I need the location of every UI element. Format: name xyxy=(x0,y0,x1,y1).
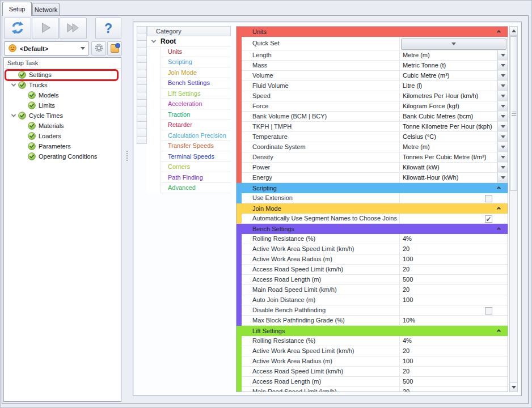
checkbox-unchecked[interactable] xyxy=(485,307,492,314)
setting-value[interactable]: Celsius (°C) xyxy=(400,132,497,142)
setting-value[interactable]: 20 xyxy=(400,265,508,274)
row-header-cell[interactable] xyxy=(137,85,147,92)
category-item-traction[interactable]: Traction xyxy=(161,109,231,120)
category-item-lift-settings[interactable]: Lift Settings xyxy=(161,88,231,99)
row-header-cell[interactable] xyxy=(137,56,147,63)
dropdown-button[interactable] xyxy=(497,173,508,182)
tree-item-materials[interactable]: Materials xyxy=(4,121,121,131)
collapse-chevron-icon[interactable] xyxy=(497,207,501,211)
section-header[interactable]: Scripting xyxy=(237,183,508,193)
setting-value[interactable]: 4% xyxy=(400,234,508,244)
setting-value[interactable]: Kilogram Force (kgf) xyxy=(400,101,497,111)
category-item-transfer-speeds[interactable]: Transfer Speeds xyxy=(161,141,231,152)
setting-value[interactable]: 500 xyxy=(400,275,508,284)
setting-value[interactable]: 100 xyxy=(400,295,508,305)
setting-value[interactable]: 20 xyxy=(400,244,508,254)
tab-setup[interactable]: Setup xyxy=(2,2,32,16)
tab-network[interactable]: Network xyxy=(32,3,60,16)
dropdown-button[interactable] xyxy=(497,71,508,80)
category-item-scripting[interactable]: Scripting xyxy=(161,57,231,68)
tree-item-models[interactable]: Models xyxy=(4,90,121,100)
setting-value[interactable]: 20 xyxy=(400,285,508,295)
dropdown-button[interactable] xyxy=(497,81,508,91)
quick-set-combobox[interactable] xyxy=(401,39,506,50)
setting-value[interactable]: Metre (m) xyxy=(400,50,497,60)
row-header-cell[interactable] xyxy=(137,26,147,33)
settings-gear-button[interactable] xyxy=(91,41,106,56)
dropdown-button[interactable] xyxy=(497,142,508,152)
dropdown-button[interactable] xyxy=(497,112,508,121)
setting-value[interactable]: 500 xyxy=(400,377,508,386)
row-header-cell[interactable] xyxy=(137,41,147,48)
collapse-chevron-icon[interactable] xyxy=(497,227,501,231)
dropdown-button[interactable] xyxy=(497,163,508,172)
dropdown-button[interactable] xyxy=(497,152,508,162)
row-header-cell[interactable] xyxy=(137,107,147,114)
run-setup-button[interactable] xyxy=(4,18,31,39)
dropdown-button[interactable] xyxy=(497,132,508,142)
setting-value[interactable]: Bank Cubic Metres (bcm) xyxy=(400,112,497,121)
scrollbar-thumb[interactable] xyxy=(510,36,517,191)
row-header-cell[interactable] xyxy=(137,114,147,122)
category-item-path-finding[interactable]: Path Finding xyxy=(161,172,231,183)
setting-value[interactable]: Metric Tonne (t) xyxy=(400,61,497,70)
chevron-down-icon[interactable] xyxy=(9,114,18,117)
category-item-units[interactable]: Units xyxy=(161,46,231,57)
row-header-cell[interactable] xyxy=(137,33,147,41)
section-header[interactable]: Units xyxy=(237,27,508,37)
setting-value[interactable]: 100 xyxy=(400,356,508,366)
tree-item-trucks[interactable]: Trucks xyxy=(4,80,121,90)
play-button[interactable] xyxy=(32,18,59,39)
row-header-cell[interactable] xyxy=(137,100,147,107)
help-button[interactable]: ? xyxy=(95,18,121,39)
chevron-down-icon[interactable] xyxy=(9,83,18,87)
tree-item-loaders[interactable]: Loaders xyxy=(4,131,121,141)
category-item-advanced[interactable]: Advanced xyxy=(161,183,231,194)
setting-value[interactable]: 4% xyxy=(400,336,508,346)
row-header-cell[interactable] xyxy=(137,63,147,70)
setting-value[interactable]: 100 xyxy=(400,254,508,264)
tree-item-cycle-times[interactable]: Cycle Times xyxy=(4,110,121,121)
section-header[interactable]: Bench Settings xyxy=(237,224,508,234)
category-item-acceleration[interactable]: Acceleration xyxy=(161,99,231,110)
scenario-select[interactable]: <Default> xyxy=(4,41,89,56)
category-root-row[interactable]: Root xyxy=(147,36,231,46)
category-item-calculation-precision[interactable]: Calculation Precision xyxy=(161,130,231,141)
scroll-down-button[interactable] xyxy=(510,382,517,392)
dropdown-button[interactable] xyxy=(497,50,508,60)
setting-value[interactable]: 20 xyxy=(400,367,508,376)
scroll-up-button[interactable] xyxy=(510,27,517,36)
collapse-chevron-icon[interactable] xyxy=(497,30,501,34)
section-header[interactable]: Join Mode xyxy=(237,203,508,214)
category-item-corners[interactable]: Corners xyxy=(161,162,231,173)
row-header-cell[interactable] xyxy=(137,122,147,129)
row-header-cell[interactable] xyxy=(137,129,147,137)
row-header-cell[interactable] xyxy=(137,92,147,100)
category-item-join-mode[interactable]: Join Mode xyxy=(161,67,231,78)
tree-item-limits[interactable]: Limits xyxy=(4,100,121,110)
setting-value[interactable]: Cubic Metre (m³) xyxy=(400,71,497,80)
dropdown-button[interactable] xyxy=(497,122,508,131)
category-item-retarder[interactable]: Retarder xyxy=(161,120,231,131)
tree-item-settings[interactable]: Settings xyxy=(4,70,121,80)
setting-value[interactable]: 10% xyxy=(400,316,508,325)
setting-value[interactable]: Litre (l) xyxy=(400,81,497,91)
setting-value[interactable]: Metre (m) xyxy=(400,142,497,152)
dropdown-button[interactable] xyxy=(497,91,508,101)
setting-value[interactable]: 20 xyxy=(400,387,508,392)
category-item-terminal-speeds[interactable]: Terminal Speeds xyxy=(161,151,231,162)
collapse-chevron-icon[interactable] xyxy=(497,329,501,333)
row-header-cell[interactable] xyxy=(137,48,147,56)
setting-value[interactable]: Tonnes Per Cubic Metre (t/m³) xyxy=(400,152,497,162)
fast-forward-button[interactable] xyxy=(60,18,87,39)
row-header-cell[interactable] xyxy=(137,70,147,78)
tree-item-parameters[interactable]: Parameters xyxy=(4,141,121,151)
setting-value[interactable]: Tonne Kilometre Per Hour (tkph) xyxy=(400,122,497,131)
collapse-chevron-icon[interactable] xyxy=(497,186,501,190)
section-header[interactable]: Lift Settings xyxy=(237,326,508,336)
setting-value[interactable]: 20 xyxy=(400,346,508,356)
checkbox-unchecked[interactable] xyxy=(485,195,492,202)
dropdown-button[interactable] xyxy=(497,61,508,70)
row-header-cell[interactable] xyxy=(137,137,147,144)
checkbox-checked[interactable]: ✓ xyxy=(485,215,492,223)
